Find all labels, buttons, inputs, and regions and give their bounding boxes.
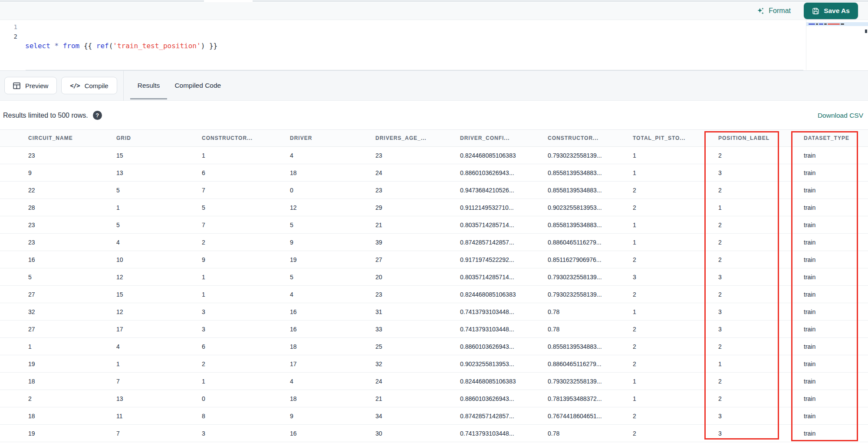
- compile-button[interactable]: </> Compile: [61, 77, 117, 94]
- line-number-active: 2: [0, 32, 17, 41]
- scrollbar-mark: [865, 30, 867, 33]
- table-cell: 1: [625, 303, 711, 320]
- table-cell: 24: [368, 373, 453, 390]
- format-button[interactable]: Format: [756, 7, 791, 15]
- table-cell: 0.9112149532710...: [453, 199, 540, 216]
- table-body: 231514230.8244680851063830.7930232558139…: [0, 147, 868, 442]
- table-cell: 25: [368, 338, 453, 355]
- table-row: 181189340.8742857142857...0.767441860465…: [0, 407, 868, 425]
- code-brackets-icon: </>: [70, 82, 79, 89]
- table-cell: 0.78: [540, 303, 625, 320]
- code-token-function: ref: [96, 42, 109, 50]
- table-cell: 0.78: [540, 321, 625, 337]
- tab-compiled-code-label: Compiled Code: [174, 82, 221, 89]
- table-cell: 39: [368, 234, 453, 251]
- table-cell: 1: [711, 355, 796, 372]
- table-cell: train: [796, 321, 868, 337]
- table-cell: 1: [625, 234, 711, 251]
- tab-results[interactable]: Results: [130, 71, 168, 100]
- table-cell: 3: [194, 303, 283, 320]
- table-cell: train: [796, 234, 868, 251]
- table-cell: 17: [109, 321, 194, 337]
- table-cell: 3: [711, 164, 796, 181]
- minimap-code-mark: [841, 23, 844, 25]
- column-header: DRIVERS_AGE_...: [368, 130, 453, 146]
- table-cell: 5: [283, 268, 368, 285]
- table-cell: 0.7413793103448...: [453, 321, 540, 337]
- table-row: 197316300.7413793103448...0.7823train: [0, 425, 868, 442]
- table-cell: 0.8035714285714...: [453, 216, 540, 233]
- help-icon[interactable]: ?: [93, 111, 102, 120]
- table-cell: 16: [283, 321, 368, 337]
- table-cell: train: [796, 164, 868, 181]
- table-cell: 18: [283, 390, 368, 407]
- table-cell: 3: [625, 268, 711, 285]
- table-cell: 19: [21, 425, 109, 442]
- table-cell: 1: [194, 147, 283, 164]
- minimap-viewport[interactable]: [806, 22, 868, 26]
- table-cell: 0.9473684210526...: [453, 182, 540, 198]
- table-row: 18714240.8244680851063830.7930232558139.…: [0, 373, 868, 390]
- table-cell: 7: [194, 182, 283, 198]
- table-cell: train: [796, 199, 868, 216]
- save-as-button[interactable]: Save As: [804, 3, 858, 19]
- preview-button[interactable]: Preview: [4, 77, 57, 94]
- table-cell: 2: [711, 182, 796, 198]
- save-as-label: Save As: [824, 7, 850, 15]
- table-cell: 2: [194, 234, 283, 251]
- table-cell: 30: [368, 425, 453, 442]
- table-cell: 2: [711, 216, 796, 233]
- table-cell: 32: [21, 303, 109, 320]
- table-cell: 27: [21, 286, 109, 303]
- table-row: 271514230.8244680851063830.7930232558139…: [0, 286, 868, 303]
- browser-tab-strip: [0, 0, 868, 2]
- results-meta-bar: Results limited to 500 rows. ? Download …: [0, 101, 868, 129]
- table-cell: 20: [368, 268, 453, 285]
- table-cell: 0.7930232558139...: [540, 286, 625, 303]
- table-row: 14618250.8860103626943...0.8558139534883…: [0, 338, 868, 355]
- table-cell: 4: [283, 373, 368, 390]
- download-csv-link[interactable]: Download CSV: [818, 112, 863, 119]
- table-cell: 4: [109, 234, 194, 251]
- table-cell: 1: [109, 355, 194, 372]
- table-cell: 19: [283, 251, 368, 268]
- table-cell: train: [796, 286, 868, 303]
- code-token-plain: {{: [79, 42, 96, 50]
- table-cell: 0.824468085106383: [453, 286, 540, 303]
- table-cell: 21: [368, 216, 453, 233]
- editor-minimap[interactable]: [806, 20, 868, 70]
- table-cell: 0.9023255813953...: [540, 199, 625, 216]
- table-cell: 1: [625, 390, 711, 407]
- table-cell: 23: [21, 234, 109, 251]
- table-cell: 0.824468085106383: [453, 147, 540, 164]
- table-cell: 4: [109, 338, 194, 355]
- table-cell: 2: [21, 390, 109, 407]
- column-header: CONSTRUCTOR...: [540, 130, 625, 146]
- table-cell: 7: [194, 216, 283, 233]
- table-cell: 0: [283, 182, 368, 198]
- table-row: 213018210.8860103626943...0.781395348837…: [0, 390, 868, 407]
- table-cell: train: [796, 355, 868, 372]
- column-header: GRID: [109, 130, 194, 146]
- table-cell: 0.8558139534883...: [540, 164, 625, 181]
- table-cell: 13: [109, 164, 194, 181]
- table-cell: 1: [194, 373, 283, 390]
- table-row: 23429390.8742857142857...0.8860465116279…: [0, 234, 868, 251]
- table-cell: 3: [711, 407, 796, 424]
- sql-editor[interactable]: 1 2 select * from {{ ref('train_test_pos…: [0, 20, 868, 70]
- save-icon: [812, 7, 819, 15]
- table-cell: 7: [109, 373, 194, 390]
- tab-compiled-code[interactable]: Compiled Code: [167, 71, 228, 100]
- minimap-code-mark: [828, 23, 840, 25]
- table-cell: 3: [711, 321, 796, 337]
- table-cell: 5: [194, 199, 283, 216]
- code-line-1[interactable]: select * from {{ ref('train_test_positio…: [25, 41, 804, 51]
- table-cell: 3: [711, 268, 796, 285]
- code-token-plain: [59, 42, 63, 50]
- sparkle-icon: [756, 7, 765, 15]
- table-cell: 2: [625, 355, 711, 372]
- table-cell: 2: [711, 373, 796, 390]
- table-cell: 2: [711, 286, 796, 303]
- table-cell: train: [796, 182, 868, 198]
- table-cell: 18: [21, 373, 109, 390]
